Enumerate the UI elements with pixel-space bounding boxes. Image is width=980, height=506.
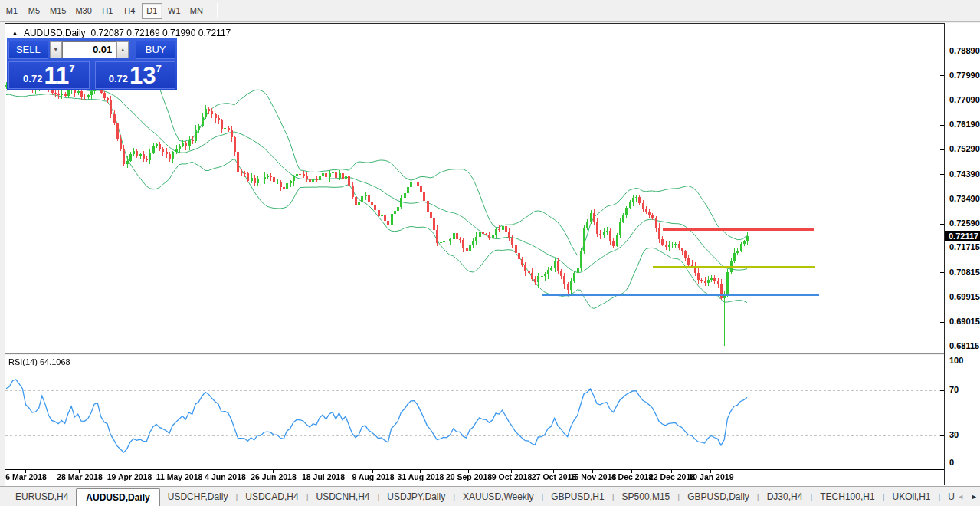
time-axis-label: 10 Jan 2019 <box>689 472 734 481</box>
time-axis-label: 18 Jul 2018 <box>302 472 345 481</box>
buy-button[interactable]: BUY <box>136 41 175 59</box>
timeframe-button-d1[interactable]: D1 <box>142 3 162 19</box>
price-axis-label: 0.72590 <box>949 219 980 228</box>
volume-input[interactable]: 0.01 <box>62 41 117 58</box>
chart-symbol-icon: ▲ <box>11 30 18 37</box>
price-axis-label: 0.77090 <box>949 95 980 104</box>
price-axis-label: 0.77990 <box>949 71 980 80</box>
arrow-up-icon: ▲ <box>120 47 126 52</box>
chart-tab-gbpusd-daily[interactable]: GBPUSD,Daily <box>680 491 757 502</box>
support-line-blue[interactable] <box>542 294 819 296</box>
volume-decrease-button[interactable]: ▼ <box>50 41 62 58</box>
price-axis-label: 0.74390 <box>949 169 980 179</box>
time-axis-label: 4 Dec 2018 <box>611 472 653 481</box>
chart-window: ▲ AUDUSD,Daily 0.72087 0.72169 0.71990 0… <box>5 23 980 486</box>
timeframe-button-mn[interactable]: MN <box>186 3 207 19</box>
time-axis-label: 20 Sep 2018 <box>446 472 492 481</box>
time-axis-label: 15 Nov 2018 <box>570 472 617 481</box>
buy-price-sup: 7 <box>156 63 162 74</box>
time-axis-label: 11 May 2018 <box>156 472 203 481</box>
price-axis-label: 0.71715 <box>949 242 980 251</box>
timeframe-button-h1[interactable]: H1 <box>97 3 118 19</box>
time-axis-label: 6 Mar 2018 <box>5 472 47 481</box>
rsi-indicator-label: RSI(14) 64.1068 <box>8 357 70 366</box>
timeframe-button-m15[interactable]: M15 <box>46 3 70 19</box>
chart-tab-u[interactable]: U <box>940 491 959 502</box>
tab-scroll-right-button[interactable]: ► <box>971 493 978 501</box>
chart-ohlc-values: 0.72087 0.72169 0.71990 0.72117 <box>91 28 231 38</box>
chart-title: ▲ AUDUSD,Daily 0.72087 0.72169 0.71990 0… <box>11 28 231 38</box>
rsi-axis-label: 100 <box>949 356 963 365</box>
time-axis-label: 9 Oct 2018 <box>492 472 533 481</box>
sell-button[interactable]: SELL <box>8 41 48 59</box>
price-axis-label: 0.70815 <box>949 268 980 277</box>
price-axis-label: 0.75290 <box>949 144 980 153</box>
time-axis-label: 4 Jun 2018 <box>205 472 246 481</box>
volume-increase-button[interactable]: ▲ <box>116 41 129 58</box>
time-axis-label: 31 Aug 2018 <box>398 472 444 481</box>
chart-tab-eurusd-h4[interactable]: EURUSD,H4 <box>8 491 76 502</box>
sell-price-prefix: 0.72 <box>23 73 42 84</box>
time-axis-label: 26 Jun 2018 <box>251 472 297 481</box>
chart-tab-ukoil-h1[interactable]: UKOil,H1 <box>884 491 938 502</box>
time-axis-label: 19 Apr 2018 <box>107 472 152 481</box>
candlestick-chart-canvas[interactable] <box>5 24 944 485</box>
chart-symbol-label: AUDUSD,Daily <box>24 28 86 38</box>
chart-tab-gbpusd-h1[interactable]: GBPUSD,H1 <box>543 491 611 502</box>
price-axis[interactable]: 0.72117 0.788900.779900.770900.761900.75… <box>945 24 980 485</box>
price-axis-label: 0.73490 <box>949 194 980 203</box>
chart-tab-usdcnh-h4[interactable]: USDCNH,H4 <box>308 491 377 502</box>
sell-price-sup: 7 <box>69 63 74 74</box>
chart-tab-usdchf-daily[interactable]: USDCHF,Daily <box>160 491 236 502</box>
one-click-trading-panel: SELL ▼ 0.01 ▲ BUY 0.72117 0.72137 <box>7 38 177 90</box>
rsi-axis-label: 0 <box>949 458 954 467</box>
timeframe-toolbar: M1M5M15M30H1H4D1W1MN <box>0 0 980 22</box>
level-line-yellow[interactable] <box>653 266 815 268</box>
price-axis-label: 0.76190 <box>949 120 980 129</box>
timeframe-button-h4[interactable]: H4 <box>120 3 140 19</box>
buy-price-prefix: 0.72 <box>109 73 128 84</box>
resistance-line-red[interactable] <box>663 228 814 231</box>
chart-pane-frame: ▲ AUDUSD,Daily 0.72087 0.72169 0.71990 0… <box>5 23 945 485</box>
mt4-application-window: M1M5M15M30H1H4D1W1MN ▲ AUDUSD,Daily 0.72… <box>0 0 980 506</box>
chart-tab-dj30-h4[interactable]: DJ30,H4 <box>759 491 811 502</box>
current-price-tag: 0.72117 <box>945 231 980 242</box>
timeframe-button-m5[interactable]: M5 <box>24 3 44 19</box>
timeframe-button-m30[interactable]: M30 <box>71 3 95 19</box>
chart-tab-sp500-m15[interactable]: SP500,M15 <box>615 491 678 502</box>
chart-tab-audusd-daily[interactable]: AUDUSD,Daily <box>76 488 159 506</box>
sell-price-display[interactable]: 0.72117 <box>8 61 90 89</box>
price-axis-label: 0.78890 <box>949 46 980 55</box>
time-axis-label: 9 Aug 2018 <box>352 472 394 481</box>
chart-tabs-bar: EURUSD,H4AUDUSD,DailyUSDCHF,Daily|USDCAD… <box>0 486 980 506</box>
price-axis-label: 0.69015 <box>949 317 980 326</box>
price-axis-label: 0.69915 <box>949 292 980 301</box>
timeframe-button-w1[interactable]: W1 <box>164 3 185 19</box>
buy-price-display[interactable]: 0.72137 <box>95 61 176 89</box>
chart-tab-tech100-h1[interactable]: TECH100,H1 <box>812 491 882 502</box>
chart-tab-xauusd-weekly[interactable]: XAUUSD,Weekly <box>455 491 541 502</box>
chart-tab-usdjpy-daily[interactable]: USDJPY,Daily <box>379 491 453 502</box>
toolbar-separator <box>217 3 218 18</box>
price-axis-label: 0.68115 <box>949 341 979 350</box>
time-axis-label: 28 Mar 2018 <box>57 472 103 481</box>
chart-tab-usdcad-h4[interactable]: USDCAD,H4 <box>238 491 306 502</box>
buy-price-big: 13 <box>129 64 156 87</box>
arrow-down-icon: ▼ <box>53 47 58 52</box>
timeframe-button-m1[interactable]: M1 <box>2 3 22 19</box>
tab-scroll-left-button[interactable]: ◄ <box>957 493 964 501</box>
rsi-axis-label: 30 <box>949 430 959 439</box>
sell-price-big: 11 <box>44 64 69 87</box>
rsi-axis-label: 70 <box>949 385 959 394</box>
